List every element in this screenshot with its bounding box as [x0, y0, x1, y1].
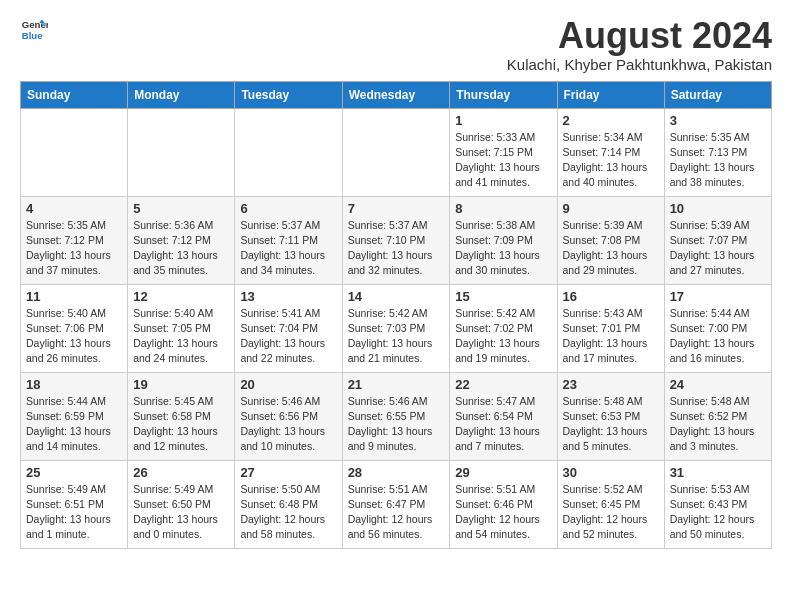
day-info-text: Sunrise: 5:42 AM Sunset: 7:03 PM Dayligh… [348, 306, 445, 367]
day-number: 14 [348, 289, 445, 304]
day-number: 15 [455, 289, 551, 304]
page-header: General Blue August 2024 Kulachi, Khyber… [20, 16, 772, 73]
day-number: 10 [670, 201, 766, 216]
day-number: 22 [455, 377, 551, 392]
calendar-day-cell: 10Sunrise: 5:39 AM Sunset: 7:07 PM Dayli… [664, 196, 771, 284]
day-number: 28 [348, 465, 445, 480]
calendar-day-cell: 26Sunrise: 5:49 AM Sunset: 6:50 PM Dayli… [128, 460, 235, 548]
day-number: 29 [455, 465, 551, 480]
calendar-day-cell: 14Sunrise: 5:42 AM Sunset: 7:03 PM Dayli… [342, 284, 450, 372]
calendar-table: SundayMondayTuesdayWednesdayThursdayFrid… [20, 81, 772, 549]
day-number: 17 [670, 289, 766, 304]
day-info-text: Sunrise: 5:48 AM Sunset: 6:53 PM Dayligh… [563, 394, 659, 455]
day-info-text: Sunrise: 5:35 AM Sunset: 7:13 PM Dayligh… [670, 130, 766, 191]
calendar-day-cell: 28Sunrise: 5:51 AM Sunset: 6:47 PM Dayli… [342, 460, 450, 548]
calendar-day-cell: 4Sunrise: 5:35 AM Sunset: 7:12 PM Daylig… [21, 196, 128, 284]
day-info-text: Sunrise: 5:36 AM Sunset: 7:12 PM Dayligh… [133, 218, 229, 279]
day-info-text: Sunrise: 5:40 AM Sunset: 7:05 PM Dayligh… [133, 306, 229, 367]
day-info-text: Sunrise: 5:37 AM Sunset: 7:10 PM Dayligh… [348, 218, 445, 279]
day-number: 5 [133, 201, 229, 216]
day-number: 12 [133, 289, 229, 304]
day-number: 8 [455, 201, 551, 216]
day-number: 24 [670, 377, 766, 392]
day-number: 3 [670, 113, 766, 128]
day-number: 4 [26, 201, 122, 216]
day-info-text: Sunrise: 5:46 AM Sunset: 6:56 PM Dayligh… [240, 394, 336, 455]
calendar-week-row: 18Sunrise: 5:44 AM Sunset: 6:59 PM Dayli… [21, 372, 772, 460]
calendar-day-cell: 21Sunrise: 5:46 AM Sunset: 6:55 PM Dayli… [342, 372, 450, 460]
day-of-week-header: Friday [557, 81, 664, 108]
day-number: 18 [26, 377, 122, 392]
calendar-day-cell: 13Sunrise: 5:41 AM Sunset: 7:04 PM Dayli… [235, 284, 342, 372]
day-info-text: Sunrise: 5:51 AM Sunset: 6:46 PM Dayligh… [455, 482, 551, 543]
day-info-text: Sunrise: 5:49 AM Sunset: 6:50 PM Dayligh… [133, 482, 229, 543]
calendar-day-cell [21, 108, 128, 196]
calendar-week-row: 4Sunrise: 5:35 AM Sunset: 7:12 PM Daylig… [21, 196, 772, 284]
day-info-text: Sunrise: 5:39 AM Sunset: 7:08 PM Dayligh… [563, 218, 659, 279]
calendar-day-cell [235, 108, 342, 196]
day-info-text: Sunrise: 5:34 AM Sunset: 7:14 PM Dayligh… [563, 130, 659, 191]
calendar-day-cell [128, 108, 235, 196]
calendar-day-cell: 11Sunrise: 5:40 AM Sunset: 7:06 PM Dayli… [21, 284, 128, 372]
location-subtitle: Kulachi, Khyber Pakhtunkhwa, Pakistan [507, 56, 772, 73]
svg-text:Blue: Blue [22, 30, 43, 41]
day-number: 21 [348, 377, 445, 392]
calendar-day-cell: 18Sunrise: 5:44 AM Sunset: 6:59 PM Dayli… [21, 372, 128, 460]
calendar-day-cell: 29Sunrise: 5:51 AM Sunset: 6:46 PM Dayli… [450, 460, 557, 548]
calendar-day-cell: 6Sunrise: 5:37 AM Sunset: 7:11 PM Daylig… [235, 196, 342, 284]
calendar-header-row: SundayMondayTuesdayWednesdayThursdayFrid… [21, 81, 772, 108]
calendar-day-cell: 31Sunrise: 5:53 AM Sunset: 6:43 PM Dayli… [664, 460, 771, 548]
day-number: 11 [26, 289, 122, 304]
title-block: August 2024 Kulachi, Khyber Pakhtunkhwa,… [507, 16, 772, 73]
day-number: 6 [240, 201, 336, 216]
calendar-day-cell [342, 108, 450, 196]
day-number: 20 [240, 377, 336, 392]
calendar-day-cell: 12Sunrise: 5:40 AM Sunset: 7:05 PM Dayli… [128, 284, 235, 372]
day-info-text: Sunrise: 5:53 AM Sunset: 6:43 PM Dayligh… [670, 482, 766, 543]
calendar-week-row: 1Sunrise: 5:33 AM Sunset: 7:15 PM Daylig… [21, 108, 772, 196]
day-info-text: Sunrise: 5:50 AM Sunset: 6:48 PM Dayligh… [240, 482, 336, 543]
day-info-text: Sunrise: 5:37 AM Sunset: 7:11 PM Dayligh… [240, 218, 336, 279]
day-info-text: Sunrise: 5:40 AM Sunset: 7:06 PM Dayligh… [26, 306, 122, 367]
calendar-day-cell: 5Sunrise: 5:36 AM Sunset: 7:12 PM Daylig… [128, 196, 235, 284]
day-info-text: Sunrise: 5:46 AM Sunset: 6:55 PM Dayligh… [348, 394, 445, 455]
calendar-day-cell: 24Sunrise: 5:48 AM Sunset: 6:52 PM Dayli… [664, 372, 771, 460]
day-info-text: Sunrise: 5:44 AM Sunset: 6:59 PM Dayligh… [26, 394, 122, 455]
day-number: 19 [133, 377, 229, 392]
logo-icon: General Blue [20, 16, 48, 44]
day-number: 2 [563, 113, 659, 128]
day-info-text: Sunrise: 5:42 AM Sunset: 7:02 PM Dayligh… [455, 306, 551, 367]
day-number: 31 [670, 465, 766, 480]
day-info-text: Sunrise: 5:43 AM Sunset: 7:01 PM Dayligh… [563, 306, 659, 367]
calendar-day-cell: 30Sunrise: 5:52 AM Sunset: 6:45 PM Dayli… [557, 460, 664, 548]
day-number: 26 [133, 465, 229, 480]
day-number: 13 [240, 289, 336, 304]
day-number: 30 [563, 465, 659, 480]
day-info-text: Sunrise: 5:47 AM Sunset: 6:54 PM Dayligh… [455, 394, 551, 455]
day-info-text: Sunrise: 5:51 AM Sunset: 6:47 PM Dayligh… [348, 482, 445, 543]
day-info-text: Sunrise: 5:35 AM Sunset: 7:12 PM Dayligh… [26, 218, 122, 279]
day-of-week-header: Saturday [664, 81, 771, 108]
day-info-text: Sunrise: 5:39 AM Sunset: 7:07 PM Dayligh… [670, 218, 766, 279]
calendar-week-row: 25Sunrise: 5:49 AM Sunset: 6:51 PM Dayli… [21, 460, 772, 548]
day-number: 23 [563, 377, 659, 392]
day-of-week-header: Monday [128, 81, 235, 108]
day-number: 16 [563, 289, 659, 304]
day-number: 27 [240, 465, 336, 480]
day-info-text: Sunrise: 5:52 AM Sunset: 6:45 PM Dayligh… [563, 482, 659, 543]
day-info-text: Sunrise: 5:38 AM Sunset: 7:09 PM Dayligh… [455, 218, 551, 279]
calendar-day-cell: 8Sunrise: 5:38 AM Sunset: 7:09 PM Daylig… [450, 196, 557, 284]
calendar-day-cell: 3Sunrise: 5:35 AM Sunset: 7:13 PM Daylig… [664, 108, 771, 196]
day-info-text: Sunrise: 5:48 AM Sunset: 6:52 PM Dayligh… [670, 394, 766, 455]
day-number: 25 [26, 465, 122, 480]
day-number: 7 [348, 201, 445, 216]
calendar-day-cell: 22Sunrise: 5:47 AM Sunset: 6:54 PM Dayli… [450, 372, 557, 460]
calendar-day-cell: 23Sunrise: 5:48 AM Sunset: 6:53 PM Dayli… [557, 372, 664, 460]
calendar-day-cell: 20Sunrise: 5:46 AM Sunset: 6:56 PM Dayli… [235, 372, 342, 460]
calendar-day-cell: 7Sunrise: 5:37 AM Sunset: 7:10 PM Daylig… [342, 196, 450, 284]
calendar-day-cell: 1Sunrise: 5:33 AM Sunset: 7:15 PM Daylig… [450, 108, 557, 196]
calendar-day-cell: 19Sunrise: 5:45 AM Sunset: 6:58 PM Dayli… [128, 372, 235, 460]
logo: General Blue [20, 16, 48, 44]
day-info-text: Sunrise: 5:41 AM Sunset: 7:04 PM Dayligh… [240, 306, 336, 367]
calendar-week-row: 11Sunrise: 5:40 AM Sunset: 7:06 PM Dayli… [21, 284, 772, 372]
